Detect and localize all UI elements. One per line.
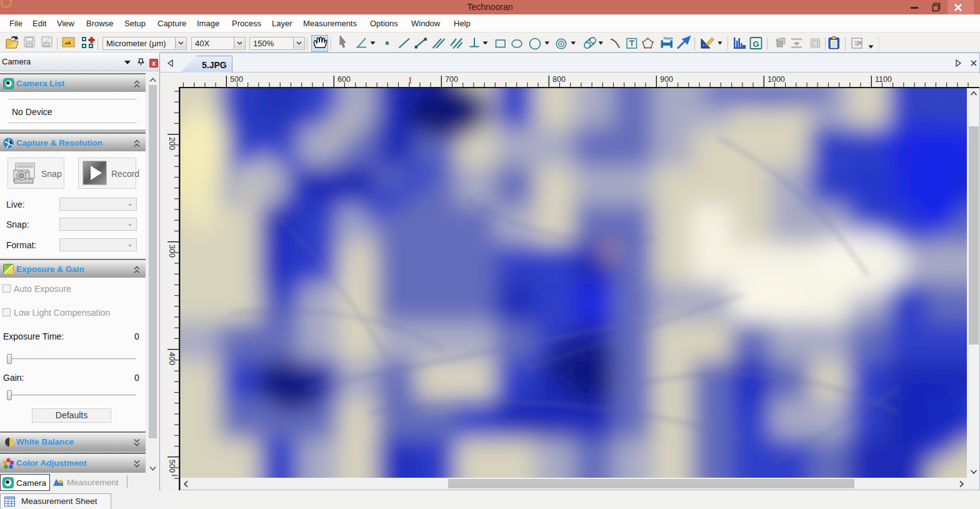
svg-text:700: 700 — [445, 75, 458, 84]
svg-text:900: 900 — [660, 75, 673, 84]
svg-text:300: 300 — [168, 244, 176, 258]
svg-text:200: 200 — [168, 137, 176, 150]
svg-text:600: 600 — [338, 75, 351, 84]
svg-text:1100: 1100 — [875, 75, 892, 84]
svg-text:G: G — [753, 39, 759, 49]
svg-text:1000: 1000 — [768, 75, 785, 84]
svg-text:400: 400 — [168, 352, 176, 365]
svg-text:500: 500 — [168, 460, 176, 473]
svg-text:10μm: 10μm — [663, 36, 673, 40]
svg-text:800: 800 — [552, 75, 566, 84]
svg-text:500: 500 — [230, 75, 243, 84]
